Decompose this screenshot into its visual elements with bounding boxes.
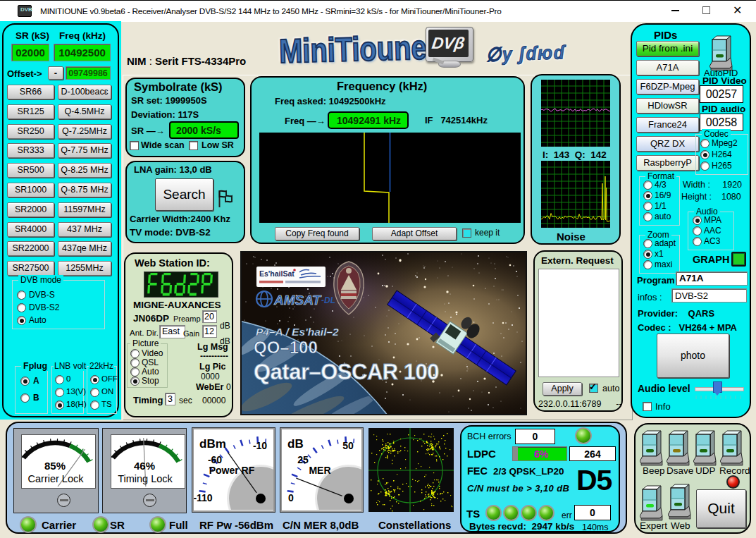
svg-text:46%: 46% bbox=[134, 460, 155, 472]
svg-text:AMSAT: AMSAT bbox=[273, 293, 322, 307]
svg-text:dBm: dBm bbox=[199, 437, 226, 451]
svg-text:0: 0 bbox=[288, 492, 294, 503]
svg-text:50: 50 bbox=[342, 440, 354, 451]
svg-text:Qatar–OSCAR 100: Qatar–OSCAR 100 bbox=[254, 360, 439, 384]
svg-text:25: 25 bbox=[297, 454, 309, 465]
svg-text:MER: MER bbox=[309, 465, 330, 476]
svg-text:P4–A / Es'hail–2: P4–A / Es'hail–2 bbox=[256, 326, 339, 338]
svg-text:dB: dB bbox=[287, 437, 304, 451]
svg-text:-DL: -DL bbox=[321, 295, 335, 305]
svg-text:-60: -60 bbox=[208, 454, 222, 465]
svg-text:Timing Lock: Timing Lock bbox=[118, 473, 173, 484]
svg-text:Es'hailSat: Es'hailSat bbox=[259, 269, 295, 278]
svg-text:QO–100: QO–100 bbox=[254, 338, 318, 357]
svg-text:-110: -110 bbox=[194, 492, 213, 503]
svg-text:Power RF: Power RF bbox=[209, 465, 255, 476]
svg-text:85%: 85% bbox=[44, 460, 66, 472]
svg-text:Carrier Lock: Carrier Lock bbox=[28, 473, 85, 484]
svg-text:-10: -10 bbox=[253, 440, 267, 451]
